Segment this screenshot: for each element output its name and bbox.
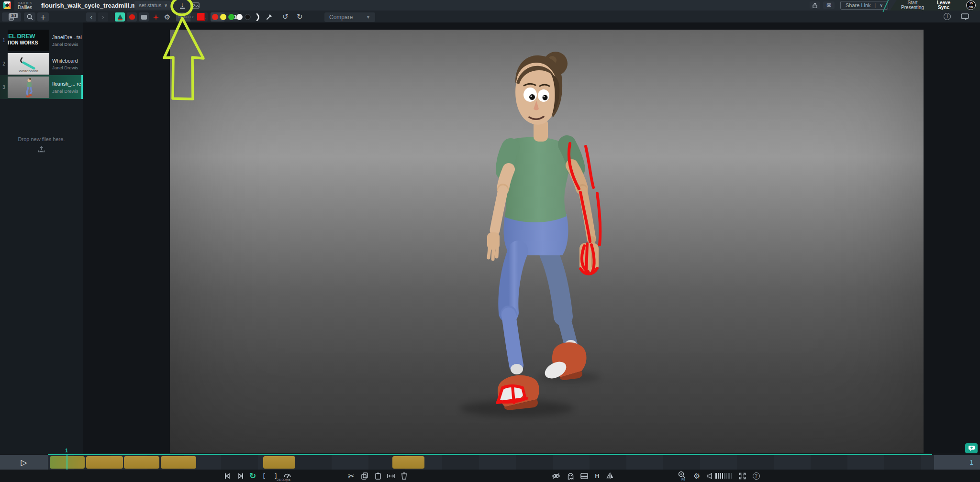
current-color-swatch[interactable] (197, 13, 205, 21)
annotation-tool-button-active[interactable] (115, 12, 125, 22)
project-label: DAILIES (18, 1, 32, 5)
gear-icon: ⚙ (693, 471, 700, 481)
review-toolbar: 3/3 + ‹ › ⚙ OPACITY (0, 11, 980, 22)
comments-panel-button[interactable] (961, 13, 969, 20)
user-avatar[interactable]: JD AW (966, 0, 976, 10)
chevron-down-icon: ∨ (880, 3, 883, 8)
item-author: Janel Drewis (52, 42, 83, 47)
settings-button[interactable]: ⚙ (692, 470, 702, 482)
eyedropper-button[interactable] (266, 13, 273, 21)
timeline-segment[interactable] (392, 456, 424, 469)
palette-color-dot[interactable] (228, 14, 234, 20)
palette-color-dot[interactable] (212, 14, 218, 20)
ghosting-button[interactable] (566, 470, 575, 482)
export-frame-icon[interactable] (191, 2, 200, 9)
leave-sync-line2: Sync (938, 5, 949, 10)
step-to-start-button[interactable] (223, 470, 232, 482)
search-button[interactable] (24, 12, 35, 22)
trash-icon (401, 472, 407, 480)
palette-color-dot[interactable] (245, 14, 251, 20)
fullscreen-button[interactable] (737, 470, 747, 482)
filmstrip-view-button[interactable] (579, 470, 590, 482)
hide-annotations-button[interactable] (550, 470, 562, 482)
timeline-segment[interactable] (124, 456, 159, 469)
copy-icon (361, 472, 368, 480)
undo-button[interactable]: ↺ (282, 12, 289, 21)
brush-tool-button[interactable] (127, 12, 137, 22)
volume-level-bars[interactable] (715, 470, 732, 482)
range-in-button[interactable]: [ (261, 470, 267, 482)
loop-toggle-button[interactable]: ↻ (248, 470, 257, 482)
rectangle-tool-icon (141, 15, 147, 20)
redo-button[interactable]: ↻ (297, 12, 303, 21)
speaker-icon (707, 473, 713, 479)
current-file-name: flourish_walk_cycle_treadmill.mov (41, 2, 144, 9)
compare-dropdown[interactable]: Compare ▼ (324, 12, 375, 22)
fullscreen-icon (739, 472, 746, 480)
email-button[interactable]: ✉ (823, 1, 835, 9)
fps-label: 24.00fps (277, 478, 290, 482)
video-viewport[interactable] (170, 30, 924, 453)
share-link-button[interactable]: Share Link | ∨ (840, 1, 888, 10)
upload-icon[interactable] (38, 146, 45, 153)
info-button[interactable]: i (944, 13, 951, 20)
start-presenting-button[interactable]: Start Presenting (898, 0, 927, 10)
palette-color-dot[interactable] (220, 14, 226, 20)
timeline-top-border (48, 454, 932, 455)
item-thumbnail: Whiteboard (8, 53, 49, 75)
add-item-button[interactable]: + (37, 12, 49, 22)
draw-settings-button[interactable]: ⚙ (162, 12, 173, 22)
app-window: DAILIES Dailies flourish_walk_cycle_trea… (0, 0, 980, 482)
gear-icon: ⚙ (164, 13, 170, 22)
add-comment-button[interactable] (965, 443, 978, 453)
help-button[interactable]: ? (751, 470, 761, 482)
lock-button[interactable] (810, 1, 820, 9)
spotlight-tool-button[interactable] (151, 12, 161, 22)
step-to-end-button[interactable] (236, 470, 245, 482)
rectangle-tool-button[interactable] (139, 12, 149, 22)
playlist-item-1[interactable]: 1 NEL DREW ATION WORKS JanelDre...tal Lo… (0, 29, 83, 52)
color-palette (212, 14, 253, 20)
thumb-logo-line2: ATION WORKS (8, 40, 49, 45)
scissors-icon: ✂ (348, 471, 354, 481)
item-index: 1 (0, 38, 8, 43)
cut-button[interactable]: ✂ (346, 470, 356, 482)
next-item-button[interactable]: › (98, 12, 108, 22)
leave-sync-button[interactable]: Leave Sync (932, 0, 955, 10)
loop-icon: ↻ (249, 471, 256, 481)
compare-label: Compare (329, 14, 353, 21)
lock-icon (813, 3, 817, 8)
timeline-segment[interactable] (263, 456, 295, 469)
share-link-label: Share Link (846, 2, 871, 8)
paste-button[interactable] (373, 470, 383, 482)
add-comment-icon (968, 445, 975, 451)
play-button[interactable]: ▷ (0, 455, 48, 470)
delete-button[interactable] (399, 470, 409, 482)
playlist-item-3-selected[interactable]: 3 flourish_... readmill6 Janel Drewis (0, 75, 83, 99)
app-logo-button[interactable] (0, 0, 14, 11)
info-icon: i (944, 13, 951, 20)
palette-color-dot[interactable] (236, 14, 243, 20)
set-status-dropdown[interactable]: set status ∨ (134, 1, 172, 10)
timeline-segment[interactable] (161, 456, 196, 469)
comment-bubble-icon (961, 13, 969, 20)
timeline-track[interactable] (0, 455, 980, 470)
chevron-down-icon: ∨ (164, 3, 167, 8)
chevron-right-icon: › (102, 13, 104, 21)
copy-button[interactable] (360, 470, 369, 482)
flip-horizontal-button[interactable] (605, 470, 615, 482)
plus-icon: + (40, 13, 46, 22)
project-name[interactable]: Dailies (18, 5, 32, 10)
download-button[interactable]: ↓ (176, 0, 189, 10)
playlist-button[interactable]: 3/3 (2, 12, 21, 22)
trim-range-button[interactable] (386, 470, 396, 482)
avatar-initials-2: AW (969, 5, 973, 9)
playlist-item-2[interactable]: 2 Whiteboard Whiteboard Janel Drewis (0, 52, 83, 76)
volume-button[interactable] (706, 470, 714, 482)
prev-item-button[interactable]: ‹ (86, 12, 96, 22)
hold-frames-button[interactable]: H (593, 470, 601, 482)
timeline-playhead[interactable] (67, 454, 67, 470)
frame-counter: 1 (969, 459, 973, 466)
draw-tool-icon (117, 14, 123, 21)
timeline-segment[interactable] (86, 456, 123, 469)
